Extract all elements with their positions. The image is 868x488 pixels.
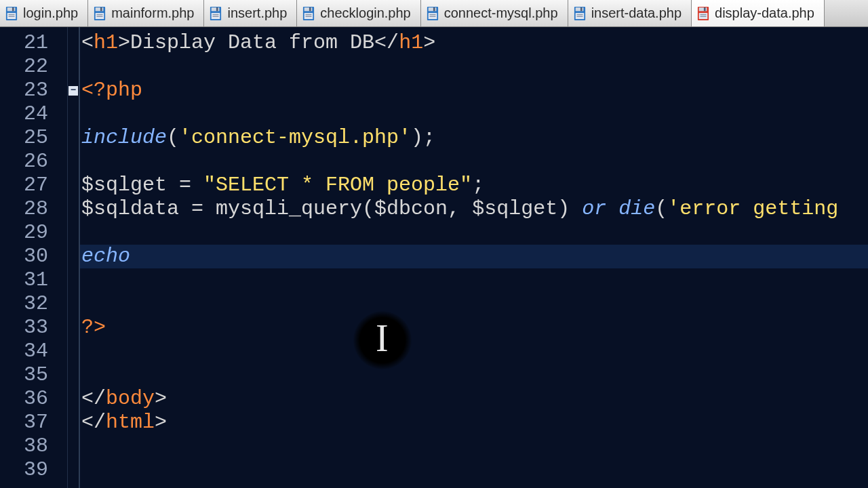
svg-rect-25 [428, 7, 436, 11]
fold-cell [68, 31, 79, 55]
code-line[interactable] [80, 363, 868, 387]
tab-label: connect-mysql.php [444, 5, 558, 21]
token: h1 [399, 31, 423, 54]
line-number: 37 [0, 411, 67, 434]
tab-insert-php[interactable]: insert.php [204, 0, 297, 26]
svg-rect-28 [429, 14, 435, 14]
token: or [582, 197, 618, 220]
tab-strip: login.phpmainform.phpinsert.phpchecklogi… [0, 0, 868, 27]
token: "SELECT * FROM people" [203, 174, 472, 197]
fold-cell [68, 458, 79, 482]
token: h1 [94, 31, 118, 54]
svg-rect-32 [580, 7, 583, 11]
code-line[interactable] [80, 150, 868, 174]
svg-rect-8 [100, 7, 102, 11]
svg-rect-17 [213, 16, 219, 16]
svg-rect-13 [212, 7, 220, 11]
svg-rect-19 [304, 7, 313, 11]
code-line[interactable] [80, 55, 868, 79]
line-number: 27 [0, 174, 67, 197]
tab-checklogin-php[interactable]: checklogin.php [297, 0, 420, 26]
token: ); [411, 126, 435, 149]
disk-icon [574, 6, 586, 21]
disk-icon [94, 6, 106, 21]
code-line[interactable]: include('connect-mysql.php'); [80, 126, 868, 150]
token: $sqlget [472, 197, 557, 220]
tab-connect-mysql-php[interactable]: connect-mysql.php [421, 0, 568, 26]
fold-cell [68, 268, 79, 292]
editor-area[interactable]: 21222324252627282930313233343536373839 −… [0, 27, 868, 488]
disk-unsaved-icon [697, 6, 709, 21]
fold-cell [68, 245, 79, 268]
svg-rect-23 [306, 16, 312, 16]
code-line[interactable]: <h1>Display Data from DB</h1> [80, 31, 868, 55]
code-line[interactable]: $sqlget = "SELECT * FROM people"; [80, 174, 868, 197]
svg-rect-11 [97, 16, 103, 16]
fold-cell [68, 411, 79, 434]
disk-icon [302, 6, 315, 21]
tab-insert-data-php[interactable]: insert-data.php [568, 0, 692, 26]
tab-display-data-php[interactable]: display-data.php [692, 0, 825, 26]
code-line[interactable] [80, 340, 868, 363]
code-line[interactable] [80, 292, 868, 316]
svg-rect-22 [306, 14, 312, 14]
token: < [81, 31, 94, 54]
line-number-gutter: 21222324252627282930313233343536373839 [0, 27, 68, 488]
svg-rect-4 [9, 14, 15, 14]
code-line[interactable] [80, 102, 868, 126]
svg-rect-5 [9, 16, 15, 16]
line-number: 36 [0, 387, 67, 411]
code-line[interactable]: ?> [80, 316, 868, 340]
code-line[interactable] [80, 268, 868, 292]
token: include [81, 126, 167, 149]
fold-cell [68, 55, 79, 79]
tab-label: insert-data.php [591, 5, 682, 21]
fold-cell [68, 197, 79, 221]
tab-login-php[interactable]: login.php [0, 0, 88, 26]
code-line[interactable] [80, 458, 868, 482]
token: <?php [81, 79, 142, 102]
token: ?> [81, 316, 106, 339]
code-line[interactable]: echo [80, 245, 868, 268]
token: ) [557, 197, 582, 220]
fold-cell [68, 126, 79, 150]
code-line[interactable] [80, 434, 868, 458]
token: > [155, 411, 167, 434]
code-line[interactable] [80, 221, 868, 245]
svg-rect-1 [7, 7, 16, 11]
code-line[interactable]: </html> [80, 411, 868, 434]
tab-label: login.php [23, 5, 78, 21]
fold-cell [68, 316, 79, 340]
token: Display Data from DB [130, 31, 374, 54]
svg-rect-10 [97, 14, 103, 14]
token: </ [81, 387, 106, 410]
line-number: 24 [0, 102, 67, 126]
token: 'error getting [667, 197, 838, 220]
token: html [106, 411, 155, 434]
disk-icon [427, 6, 439, 21]
code-line[interactable]: <?php [80, 79, 868, 102]
fold-cell [68, 434, 79, 458]
svg-rect-38 [704, 7, 706, 11]
token: ( [167, 126, 179, 149]
line-number: 39 [0, 458, 67, 482]
token: > [118, 31, 130, 54]
code-line[interactable]: </body> [80, 387, 868, 411]
fold-toggle-icon[interactable]: − [68, 86, 78, 96]
fold-cell [68, 150, 79, 174]
line-number: 26 [0, 150, 67, 174]
code-content[interactable]: <h1>Display Data from DB</h1><?phpinclud… [80, 27, 868, 488]
token: die [618, 197, 655, 220]
token: > [423, 31, 435, 54]
svg-rect-2 [12, 7, 14, 11]
fold-cell [68, 174, 79, 197]
token: , [448, 197, 472, 220]
fold-cell [68, 221, 79, 245]
token: $sqldata [81, 197, 191, 220]
fold-cell [68, 363, 79, 387]
token: </ [374, 31, 399, 54]
tab-mainform-php[interactable]: mainform.php [88, 0, 204, 26]
disk-icon [5, 6, 18, 21]
line-number: 29 [0, 221, 67, 245]
code-line[interactable]: $sqldata = mysqli_query($dbcon, $sqlget)… [80, 197, 868, 221]
